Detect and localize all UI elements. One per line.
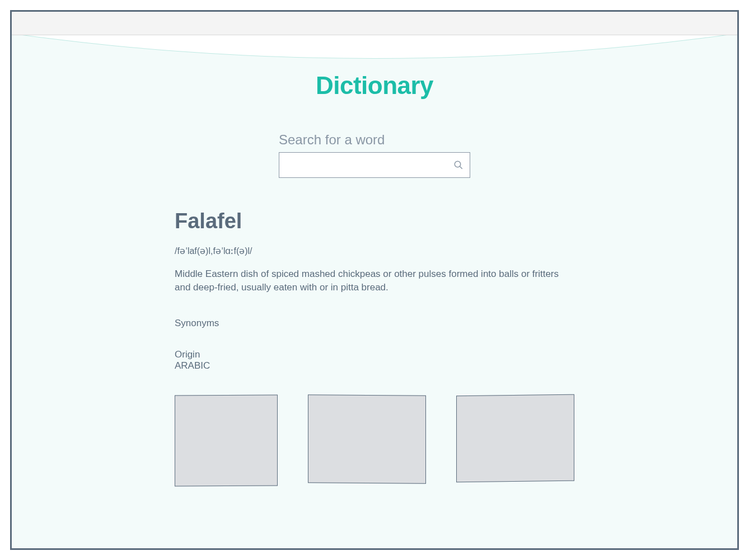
search-box[interactable] [279, 152, 470, 178]
page-content: Dictionary Search for a word Falafel [12, 35, 737, 486]
app-title: Dictionary [12, 72, 737, 100]
word-heading: Falafel [175, 209, 574, 233]
image-row [175, 395, 574, 486]
image-placeholder [456, 394, 574, 482]
entry-section: Falafel /fəˈlaf(ə)l,fəˈlɑːf(ə)l/ Middle … [170, 209, 579, 486]
origin-label: Origin [175, 349, 574, 360]
svg-line-1 [460, 166, 462, 169]
image-placeholder [175, 394, 278, 486]
synonyms-label: Synonyms [175, 318, 574, 329]
svg-point-0 [455, 161, 461, 167]
title-bar [12, 12, 737, 35]
search-label: Search for a word [279, 132, 470, 148]
search-section: Search for a word [279, 132, 470, 178]
definition: Middle Eastern dish of spiced mashed chi… [175, 267, 574, 294]
search-input[interactable] [279, 153, 447, 177]
search-icon[interactable] [447, 160, 470, 170]
origin-value: ARABIC [175, 360, 574, 371]
pronunciation: /fəˈlaf(ə)l,fəˈlɑːf(ə)l/ [175, 246, 574, 256]
image-placeholder [308, 394, 426, 483]
content-area: Dictionary Search for a word Falafel [12, 35, 737, 548]
window-frame: Dictionary Search for a word Falafel [10, 10, 739, 550]
